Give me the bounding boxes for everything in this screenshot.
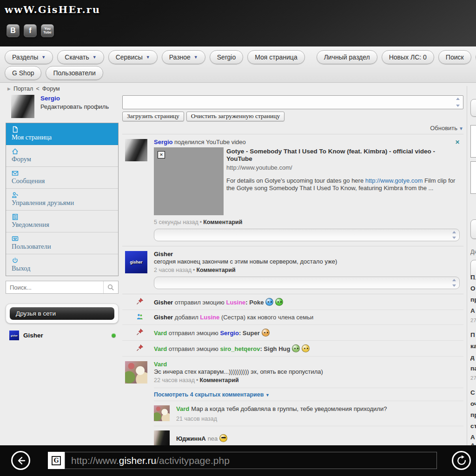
post-author-avatar[interactable] — [125, 361, 147, 383]
spinner-control[interactable] — [451, 279, 457, 287]
nav-label: Моя страница — [255, 53, 297, 61]
chevron-down-icon: ▼ — [146, 55, 150, 60]
bullet-separator: • — [200, 219, 202, 225]
activity-suffix: : Sigh Hug — [260, 345, 290, 352]
video-attachment: ✕ Gotye - Somebody That I Used To Know (… — [154, 147, 460, 215]
sidebar-item-messages[interactable]: Сообщения — [6, 167, 118, 189]
spinner-control[interactable] — [455, 98, 461, 107]
nav-private-section-button[interactable]: Личный раздел — [317, 50, 377, 64]
search-icon[interactable] — [103, 281, 118, 293]
clear-page-button[interactable]: Очистить загруженную страницу — [186, 112, 284, 121]
nav-search-button[interactable]: Поиск — [438, 50, 471, 64]
friend-row-gisher[interactable]: gisher Gisher — [6, 331, 119, 340]
nav-razdely-button[interactable]: Разделы▼ — [5, 50, 53, 64]
comment-link[interactable]: Комментарий — [203, 219, 242, 225]
facebook-icon[interactable]: f — [24, 24, 37, 37]
comment-body: VardМар а когда тебя добавляла в группы,… — [176, 405, 463, 413]
activity-row: Gisher отправил эмоцию Lusine: Poke — [122, 294, 463, 310]
nav-new-pm-button[interactable]: Новых ЛС: 0 — [382, 50, 434, 64]
video-title-link[interactable]: Gotye - Somebody That I Used To Know (fe… — [226, 148, 460, 163]
nav-skachat-button[interactable]: Скачать▼ — [57, 50, 104, 64]
post-text: Эс инчера стех катарвум...)))))))))) эх,… — [154, 368, 460, 375]
edit-profile-link[interactable]: Редактировать профиль — [40, 103, 109, 110]
comment-input[interactable] — [154, 229, 460, 241]
post-header: Sergio поделился YouTube video — [154, 139, 460, 145]
chevron-down-icon: ▼ — [41, 55, 46, 60]
profile-avatar[interactable] — [11, 95, 34, 118]
site-header: wwW.GisHEr.ru В f You Tube — [0, 0, 476, 46]
gotye-link[interactable]: http://www.gotye.com — [365, 177, 423, 184]
actor-link[interactable]: Vard — [154, 345, 167, 352]
sidebar-item-my-page[interactable]: Моя страница — [6, 123, 118, 145]
browser-bar: G http://www.gisher.ru/activitypage.php — [0, 445, 476, 476]
youtube-icon-bottom: Tube — [43, 31, 51, 34]
post-author-link[interactable]: Vard — [154, 361, 460, 368]
right-rail-field[interactable] — [470, 161, 476, 194]
site-favicon[interactable]: G — [48, 452, 65, 469]
youtube-icon[interactable]: You Tube — [41, 24, 54, 37]
nav-servisy-button[interactable]: Сервисы▼ — [108, 50, 158, 64]
dismiss-post-icon[interactable]: ✕ — [455, 139, 460, 145]
post-author-avatar[interactable]: gisher — [125, 251, 147, 273]
activity-row: Gisher добавил Lusine (Сестра) как новог… — [122, 310, 463, 325]
actor-link[interactable]: Gisher — [154, 314, 173, 321]
friends-online-header[interactable]: Друзья в сети — [10, 307, 114, 320]
site-logo[interactable]: wwW.GisHEr.ru — [5, 4, 100, 15]
target-link[interactable]: Lusine — [200, 314, 219, 321]
breadcrumb-forum-link[interactable]: Форум — [42, 86, 60, 92]
target-link[interactable]: Lusine — [226, 299, 245, 306]
nav-users-button[interactable]: Пользователи — [46, 66, 103, 80]
comment-link[interactable]: Комментарий — [196, 267, 235, 273]
right-rail-button[interactable] — [470, 219, 476, 239]
video-thumbnail[interactable]: ✕ — [154, 147, 224, 215]
sidebar-item-forum[interactable]: Форум — [6, 145, 118, 167]
comment-author-avatar[interactable] — [154, 430, 170, 445]
activity-verb: добавил — [173, 314, 200, 321]
activity-row: Vard отправил эмоцию Sergio: Super — [122, 325, 463, 341]
composer-textarea[interactable] — [122, 95, 463, 109]
chevron-down-icon: ▼ — [194, 55, 198, 60]
comment-input[interactable] — [154, 277, 460, 289]
comment-link[interactable]: Комментарий — [199, 377, 238, 383]
spinner-control[interactable] — [451, 231, 457, 239]
sidebar-item-notifications[interactable]: Уведомления — [6, 211, 118, 232]
actor-link[interactable]: Gisher — [154, 299, 173, 306]
breadcrumb-portal-link[interactable]: Портал — [13, 86, 33, 92]
nav-username-button[interactable]: Sergio — [210, 50, 243, 64]
video-description: For details on Gotye's upcoming tour dat… — [226, 177, 460, 192]
address-bar[interactable]: http://www.gisher.ru/activitypage.php — [65, 452, 437, 469]
browser-reload-button[interactable] — [452, 451, 471, 470]
post-action-text: поделился YouTube video — [172, 139, 245, 145]
url-domain: gisher.ru — [119, 455, 157, 466]
post-body: Vard Эс инчера стех катарвум...)))))))))… — [154, 357, 463, 388]
target-link[interactable]: siro_hetqerov — [220, 345, 260, 352]
sidebar-item-manage-friends[interactable]: Управления друзьями — [6, 189, 118, 211]
nav-gshop-button[interactable]: G Shop — [5, 66, 41, 80]
actor-link[interactable]: Vard — [154, 330, 167, 337]
profile-name-link[interactable]: Sergio — [40, 95, 109, 102]
target-link[interactable]: Sergio — [220, 330, 238, 337]
sidebar-item-users[interactable]: Пользователи — [6, 232, 118, 254]
comment-author-avatar[interactable] — [154, 405, 170, 421]
post-author-avatar[interactable] — [125, 139, 147, 161]
comment-author-link[interactable]: ЮджиннА — [176, 435, 206, 442]
post-author-link[interactable]: Gisher — [154, 251, 460, 258]
sidebar-item-logout[interactable]: Выход — [6, 254, 118, 276]
right-rail-button[interactable] — [470, 99, 476, 117]
nav-raznoe-button[interactable]: Разное▼ — [162, 50, 205, 64]
friend-name: Gisher — [23, 332, 43, 339]
vk-icon[interactable]: В — [7, 24, 20, 37]
post-timestamp: 22 часов назад — [154, 377, 195, 383]
refresh-link[interactable]: Обновить — [430, 125, 457, 132]
load-page-button[interactable]: Загрузить страницу — [122, 112, 184, 121]
nav-my-page-button[interactable]: Моя страница — [247, 50, 304, 64]
search-input[interactable] — [6, 281, 103, 293]
chevron-down-icon[interactable]: ▼ — [459, 126, 463, 131]
show-hidden-comments-link[interactable]: Посмотреть 4 скрытых комментариев ▼ — [154, 388, 463, 401]
breadcrumb-separator: < — [36, 86, 39, 92]
comment-author-link[interactable]: Vard — [176, 405, 189, 412]
browser-back-button[interactable] — [11, 451, 30, 470]
right-rail-field[interactable] — [470, 125, 476, 158]
sidebar-item-label: Пользователи — [12, 243, 51, 250]
post-author-link[interactable]: Sergio — [154, 139, 172, 145]
